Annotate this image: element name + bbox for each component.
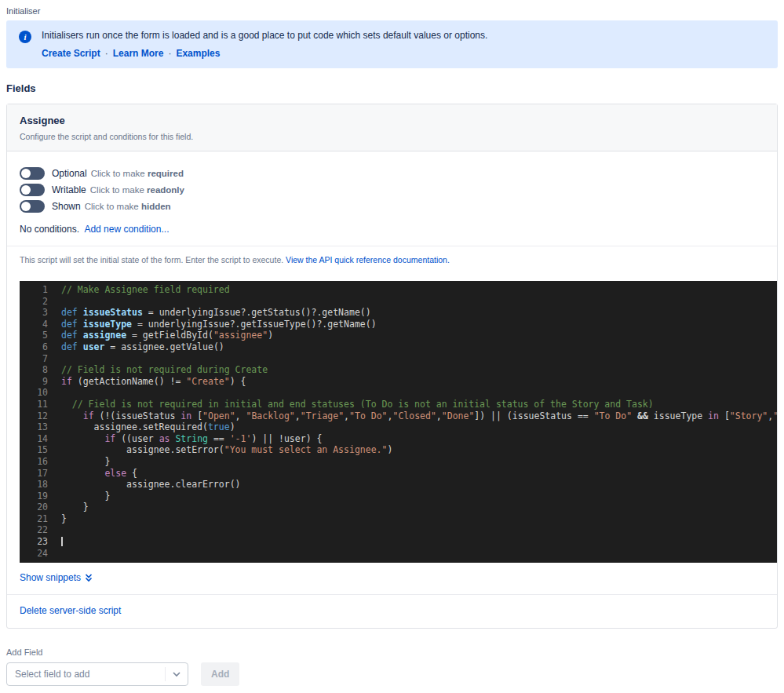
code-line-content: if (!(issueStatus in ["Open", "Backlog",… bbox=[61, 410, 777, 422]
code-line[interactable]: 3def issueStatus = underlyingIssue?.getS… bbox=[20, 307, 777, 319]
info-banner: i Initialisers run once the form is load… bbox=[6, 20, 778, 68]
toggle-row-shown: Shown Click to make hidden bbox=[20, 200, 764, 213]
line-number: 18 bbox=[20, 479, 48, 491]
code-line[interactable]: 22 bbox=[20, 524, 777, 536]
line-number: 24 bbox=[20, 548, 48, 560]
line-number: 9 bbox=[20, 376, 48, 388]
line-number: 17 bbox=[20, 468, 48, 480]
code-line[interactable]: 23 bbox=[20, 536, 777, 548]
line-number: 3 bbox=[20, 307, 48, 319]
code-line-content: def issueType = underlyingIssue?.getIssu… bbox=[61, 319, 777, 330]
create-script-link[interactable]: Create Script bbox=[42, 48, 100, 59]
code-line-content: assignee.clearError() bbox=[61, 479, 777, 491]
code-line-content: def assignee = getFieldById("assignee") bbox=[61, 330, 777, 341]
toggle-label: Writable bbox=[52, 184, 86, 195]
toggle-hint: Click to make readonly bbox=[90, 185, 184, 195]
toggle-hint-text: Click to make bbox=[91, 169, 145, 178]
link-separator: · bbox=[105, 48, 108, 59]
field-panel-assignee: Assignee Configure the script and condit… bbox=[6, 104, 778, 629]
toggle-hint-text: Click to make bbox=[85, 202, 139, 211]
chevron-down-icon bbox=[165, 667, 181, 681]
toggle-hint-strong: hidden bbox=[141, 202, 171, 211]
code-line[interactable]: 20 } bbox=[20, 502, 777, 513]
code-line-content: // Make Assignee field required bbox=[61, 284, 777, 296]
banner-body: Initialisers run once the form is loaded… bbox=[42, 30, 487, 59]
code-line-content: if ((user as String == '-1') || !user) { bbox=[61, 433, 777, 445]
code-line[interactable]: 8// Field is not required during Create bbox=[20, 364, 777, 376]
line-number: 12 bbox=[20, 410, 48, 422]
shown-toggle[interactable] bbox=[20, 200, 45, 213]
delete-script-link[interactable]: Delete server-side script bbox=[20, 605, 121, 616]
examples-link[interactable]: Examples bbox=[176, 48, 220, 59]
page: Initialiser i Initialisers run once the … bbox=[0, 0, 784, 693]
api-reference-link[interactable]: View the API quick reference documentati… bbox=[286, 255, 450, 264]
field-title: Assignee bbox=[20, 115, 764, 126]
banner-links: Create Script · Learn More · Examples bbox=[42, 48, 487, 59]
code-line[interactable]: 17 else { bbox=[20, 468, 777, 480]
banner-text: Initialisers run once the form is loaded… bbox=[42, 30, 487, 41]
code-line-content bbox=[61, 536, 777, 548]
add-condition-link[interactable]: Add new condition... bbox=[84, 224, 169, 235]
writable-toggle[interactable] bbox=[20, 184, 45, 196]
toggles-section: Optional Click to make required Writable… bbox=[7, 151, 777, 246]
learn-more-link[interactable]: Learn More bbox=[113, 48, 164, 59]
show-snippets-link[interactable]: Show snippets bbox=[20, 572, 93, 583]
code-line-content: } bbox=[61, 491, 777, 502]
toggle-row-optional: Optional Click to make required bbox=[20, 167, 764, 180]
code-line-content: } bbox=[61, 513, 777, 525]
code-line-content: } bbox=[61, 456, 777, 468]
field-panel-header: Assignee Configure the script and condit… bbox=[7, 104, 777, 151]
code-line[interactable]: 15 assignee.setError("You must select an… bbox=[20, 444, 777, 456]
line-number: 11 bbox=[20, 399, 48, 410]
code-line-content: def issueStatus = underlyingIssue?.getSt… bbox=[61, 307, 777, 319]
script-hint: This script will set the initial state o… bbox=[7, 246, 777, 264]
code-line[interactable]: 5def assignee = getFieldById("assignee") bbox=[20, 330, 777, 341]
info-icon: i bbox=[19, 31, 31, 43]
code-line[interactable]: 11 // Field is not required in initial a… bbox=[20, 399, 777, 410]
code-line[interactable]: 18 assignee.clearError() bbox=[20, 479, 777, 491]
add-field-button[interactable]: Add bbox=[201, 662, 239, 686]
code-line[interactable]: 24 bbox=[20, 548, 777, 560]
code-line[interactable]: 19 } bbox=[20, 491, 777, 502]
code-line-content bbox=[61, 548, 777, 560]
toggle-knob bbox=[21, 185, 31, 195]
code-line[interactable]: 12 if (!(issueStatus in ["Open", "Backlo… bbox=[20, 410, 777, 422]
code-line[interactable]: 9if (getActionName() != "Create") { bbox=[20, 376, 777, 388]
code-line[interactable]: 7 bbox=[20, 353, 777, 365]
line-number: 21 bbox=[20, 513, 48, 525]
optional-toggle[interactable] bbox=[20, 167, 45, 180]
code-line[interactable]: 10 bbox=[20, 387, 777, 399]
code-line[interactable]: 6def user = assignee.getValue() bbox=[20, 341, 777, 353]
line-number: 16 bbox=[20, 456, 48, 468]
line-number: 7 bbox=[20, 353, 48, 365]
line-number: 23 bbox=[20, 536, 48, 548]
code-line-content bbox=[61, 387, 777, 399]
code-line[interactable]: 4def issueType = underlyingIssue?.getIss… bbox=[20, 319, 777, 330]
code-line[interactable]: 13 assignee.setRequired(true) bbox=[20, 421, 777, 433]
code-line[interactable]: 1// Make Assignee field required bbox=[20, 284, 777, 296]
code-line[interactable]: 14 if ((user as String == '-1') || !user… bbox=[20, 433, 777, 445]
code-line-content: else { bbox=[61, 468, 777, 480]
toggle-hint: Click to make required bbox=[91, 169, 184, 178]
code-editor[interactable]: 1// Make Assignee field required23def is… bbox=[20, 281, 777, 563]
toggle-hint-text: Click to make bbox=[90, 185, 144, 195]
toggle-hint-strong: required bbox=[148, 169, 184, 178]
field-select[interactable]: Select field to add bbox=[6, 662, 188, 686]
toggle-label: Shown bbox=[52, 201, 81, 212]
code-line[interactable]: 2 bbox=[20, 296, 777, 308]
code-line[interactable]: 21} bbox=[20, 513, 777, 525]
line-number: 20 bbox=[20, 502, 48, 513]
code-line-content: assignee.setError("You must select an As… bbox=[61, 444, 777, 456]
code-line[interactable]: 16 } bbox=[20, 456, 777, 468]
code-line-content: if (getActionName() != "Create") { bbox=[61, 376, 777, 388]
line-number: 22 bbox=[20, 524, 48, 536]
line-number: 1 bbox=[20, 284, 48, 296]
script-hint-text: This script will set the initial state o… bbox=[20, 255, 283, 264]
text-cursor bbox=[61, 537, 63, 546]
line-number: 5 bbox=[20, 330, 48, 341]
line-number: 19 bbox=[20, 491, 48, 502]
toggle-label: Optional bbox=[52, 168, 87, 179]
add-field-label: Add Field bbox=[6, 647, 778, 657]
show-snippets-row: Show snippets bbox=[7, 563, 777, 594]
line-number: 13 bbox=[20, 421, 48, 433]
